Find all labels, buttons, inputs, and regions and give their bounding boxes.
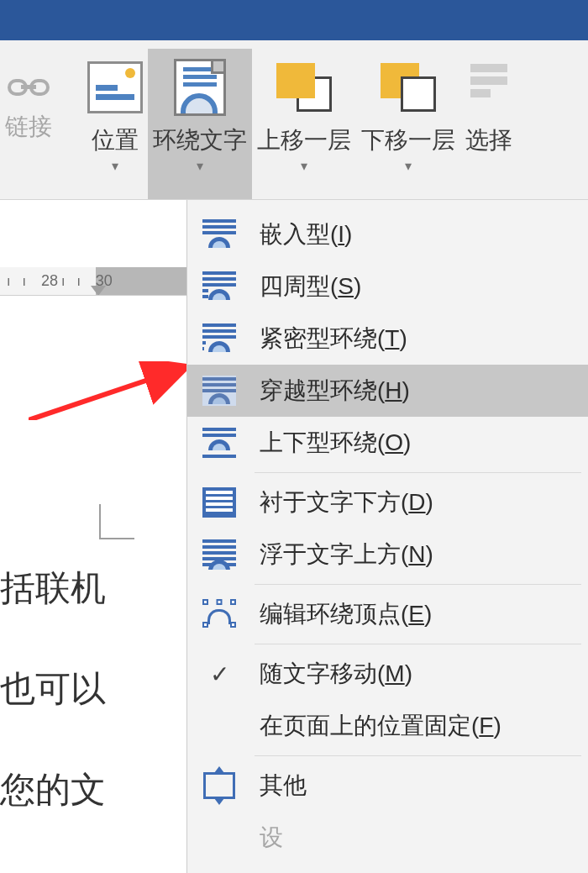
menu-item-wrap-through[interactable]: 穿越型环绕(H) — [187, 365, 588, 417]
send-backward-label: 下移一层 — [361, 126, 455, 155]
wrap-square-icon — [202, 271, 236, 302]
position-label: 位置 — [92, 126, 139, 155]
selection-pane-icon — [470, 64, 507, 111]
document-page[interactable]: 括联机 也可以 您的文 — [0, 302, 186, 873]
menu-item-label: 嵌入型(I) — [260, 218, 352, 250]
bring-forward-label: 上移一层 — [257, 126, 351, 155]
edit-wrap-points-icon — [202, 599, 236, 629]
menu-item-wrap-top-bottom[interactable]: 上下型环绕(O) — [187, 417, 588, 469]
send-backward-button[interactable]: 下移一层 ▾ — [356, 49, 460, 199]
menu-item-label: 设 — [260, 822, 283, 854]
wrap-tight-icon — [202, 323, 236, 354]
menu-separator — [255, 755, 581, 756]
document-text[interactable]: 您的文 — [0, 739, 186, 840]
menu-separator — [255, 584, 581, 585]
chevron-down-icon: ▾ — [301, 158, 307, 174]
document-text[interactable]: 也可以 — [0, 639, 186, 739]
wrap-top-bottom-icon — [202, 428, 236, 458]
chevron-down-icon: ▾ — [405, 158, 412, 174]
horizontal-ruler[interactable]: ıı 28 ıı 30 — [0, 267, 186, 296]
more-layout-icon — [203, 772, 235, 799]
menu-item-label: 上下型环绕(O) — [260, 427, 411, 459]
chevron-down-icon: ▾ — [112, 158, 118, 174]
menu-item-more-layout-options[interactable]: 其他 — [187, 760, 588, 812]
ruler-number: 28 — [41, 272, 58, 290]
menu-separator — [255, 472, 581, 473]
menu-item-label: 衬于文字下方(D) — [260, 486, 433, 518]
menu-item-label: 四周型(S) — [260, 271, 361, 302]
menu-item-wrap-inline[interactable]: 嵌入型(I) — [187, 208, 588, 260]
wrap-text-dropdown-menu: 嵌入型(I) 四周型(S) 紧密型环绕(T) 穿越型环绕(H) 上下型环绕(O) — [186, 200, 588, 873]
margin-corner-icon — [99, 504, 134, 539]
menu-item-label: 浮于文字上方(N) — [260, 539, 433, 571]
checkmark-icon: ✓ — [201, 660, 238, 688]
selection-pane-button[interactable]: 选择 — [460, 49, 517, 199]
indent-marker-icon[interactable] — [91, 286, 106, 296]
menu-item-edit-wrap-points[interactable]: 编辑环绕顶点(E) — [187, 588, 588, 640]
menu-item-fix-position-on-page[interactable]: 在页面上的位置固定(F) — [187, 700, 588, 752]
ribbon-arrange-section: 链接 位置 ▾ 环绕文字 ▾ — [0, 40, 588, 200]
wrap-in-front-icon — [202, 539, 236, 570]
menu-item-label: 随文字移动(M) — [260, 658, 412, 690]
wrap-text-icon — [174, 59, 226, 116]
wrap-inline-icon — [202, 219, 236, 250]
menu-item-label: 穿越型环绕(H) — [260, 375, 410, 407]
position-button[interactable]: 位置 ▾ — [82, 49, 148, 199]
document-text[interactable]: 括联机 — [0, 538, 186, 639]
position-icon — [87, 61, 143, 113]
bring-forward-icon — [278, 65, 330, 110]
send-backward-icon — [382, 65, 434, 110]
window-title-bar — [0, 0, 588, 40]
menu-item-label: 其他 — [260, 770, 307, 802]
menu-item-wrap-in-front-of-text[interactable]: 浮于文字上方(N) — [187, 529, 588, 581]
menu-item-label: 编辑环绕顶点(E) — [260, 598, 432, 630]
menu-item-set-as-default-layout[interactable]: 设 — [187, 812, 588, 864]
menu-item-label: 在页面上的位置固定(F) — [260, 710, 501, 742]
menu-item-wrap-behind-text[interactable]: 衬于文字下方(D) — [187, 476, 588, 529]
wrap-through-icon — [202, 376, 236, 406]
menu-item-wrap-tight[interactable]: 紧密型环绕(T) — [187, 313, 588, 365]
selection-pane-label: 选择 — [465, 126, 512, 155]
chevron-down-icon: ▾ — [197, 158, 203, 174]
menu-item-move-with-text[interactable]: ✓ 随文字移动(M) — [187, 648, 588, 700]
wrap-behind-text-icon — [202, 487, 236, 518]
wrap-text-button[interactable]: 环绕文字 ▾ — [148, 49, 252, 199]
wrap-text-label: 环绕文字 — [153, 126, 247, 155]
menu-item-label: 紧密型环绕(T) — [260, 323, 407, 355]
link-button[interactable]: 链接 — [0, 49, 57, 199]
broken-link-icon — [9, 76, 48, 99]
menu-separator — [255, 644, 581, 644]
menu-item-wrap-square[interactable]: 四周型(S) — [187, 260, 588, 313]
link-label: 链接 — [5, 113, 52, 141]
bring-forward-button[interactable]: 上移一层 ▾ — [252, 49, 356, 199]
